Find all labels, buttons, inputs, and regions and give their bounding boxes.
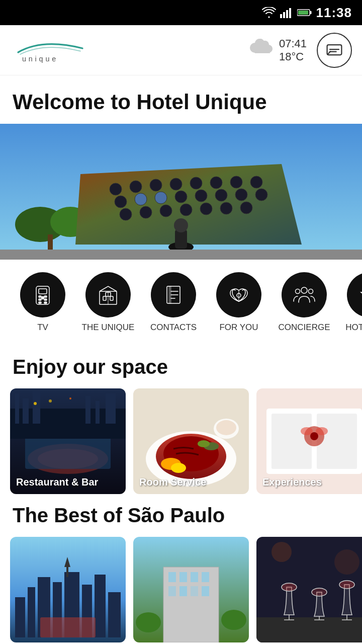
svg-point-20 <box>230 176 242 188</box>
weather-text: 07:41 18°C <box>279 37 307 63</box>
battery-icon <box>297 8 312 17</box>
hotel-building-image <box>0 124 362 260</box>
concierge-icon-circle <box>282 272 327 317</box>
svg-point-133 <box>272 542 292 562</box>
nav-item-contacts[interactable]: CONTACTS <box>141 272 206 333</box>
svg-point-26 <box>195 190 207 202</box>
svg-rect-5 <box>310 11 311 14</box>
svg-rect-99 <box>28 587 35 637</box>
svg-point-30 <box>120 208 132 220</box>
svg-point-130 <box>339 581 354 589</box>
svg-rect-49 <box>44 302 47 303</box>
svg-rect-70 <box>15 393 19 424</box>
svg-point-16 <box>150 179 162 191</box>
svg-rect-12 <box>48 234 53 250</box>
tv-icon <box>30 282 55 307</box>
svg-point-127 <box>312 588 327 596</box>
time-display: 11:38 <box>316 5 352 21</box>
svg-rect-1 <box>283 12 285 18</box>
card-experiences[interactable]: Experiences <box>256 388 362 494</box>
nav-item-hotel-ep[interactable]: HOTEL EP... <box>337 272 362 333</box>
svg-point-84 <box>198 440 210 447</box>
svg-point-39 <box>174 218 188 232</box>
svg-rect-105 <box>108 592 121 637</box>
svg-point-17 <box>170 178 182 190</box>
svg-rect-51 <box>103 296 106 300</box>
svg-point-96 <box>310 432 318 440</box>
svg-point-14 <box>110 183 122 195</box>
contacts-icon-circle <box>151 272 196 317</box>
svg-point-134 <box>334 549 359 575</box>
card-room-service[interactable]: Room Service <box>133 388 249 494</box>
enjoy-cards-row: Restaurant & Bar <box>0 388 362 494</box>
svg-rect-123 <box>256 617 362 642</box>
status-icons: 11:38 <box>262 5 352 21</box>
sp-card-1[interactable] <box>10 537 126 642</box>
svg-rect-44 <box>39 296 41 297</box>
sp-image-2 <box>133 537 249 642</box>
svg-rect-104 <box>95 575 106 637</box>
svg-rect-2 <box>286 10 288 18</box>
welcome-title: Welcome to Hotel Unique <box>13 91 349 114</box>
svg-point-34 <box>200 203 212 215</box>
enjoy-title: Enjoy our space <box>0 346 362 388</box>
nav-item-the-unique[interactable]: THE UNIQUE <box>75 272 141 333</box>
signal-icon <box>280 7 293 18</box>
svg-point-73 <box>34 402 37 405</box>
the-unique-label: THE UNIQUE <box>82 323 135 333</box>
card-restaurant[interactable]: Restaurant & Bar <box>10 388 126 494</box>
svg-rect-119 <box>202 586 209 596</box>
svg-rect-47 <box>44 299 47 300</box>
tv-icon-circle <box>20 272 65 317</box>
experiences-label: Experiences <box>262 476 322 488</box>
sp-card-2[interactable] <box>133 537 249 642</box>
nav-item-tv[interactable]: TV <box>10 272 75 333</box>
svg-rect-40 <box>0 250 362 260</box>
svg-point-61 <box>301 287 307 293</box>
people-icon <box>292 282 317 307</box>
svg-rect-115 <box>202 572 209 582</box>
for-you-icon-circle <box>216 272 261 317</box>
hotel-ep-icon-circle <box>347 272 362 317</box>
svg-point-32 <box>160 205 172 217</box>
hotel-ep-label: HOTEL EP... <box>345 323 362 333</box>
svg-point-75 <box>69 397 71 399</box>
nav-item-for-you[interactable]: FOR YOU <box>206 272 272 333</box>
concierge-label: CONCIERGE <box>279 323 330 333</box>
star-icon <box>357 282 362 307</box>
nav-item-concierge[interactable]: CONCIERGE <box>272 272 337 333</box>
svg-rect-112 <box>168 572 176 582</box>
weather-temp: 18°C <box>279 50 307 63</box>
welcome-section: Welcome to Hotel Unique <box>0 75 362 124</box>
sp-card-3[interactable] <box>256 537 362 642</box>
svg-rect-71 <box>23 398 29 424</box>
cloud-icon <box>249 39 274 61</box>
svg-rect-116 <box>168 586 176 596</box>
building-icon <box>96 282 121 307</box>
weather-time: 07:41 <box>279 37 307 50</box>
svg-point-31 <box>140 206 152 218</box>
svg-rect-113 <box>179 572 187 582</box>
svg-rect-3 <box>289 8 291 18</box>
sp-image-1 <box>10 537 126 642</box>
lotus-icon <box>226 282 251 307</box>
svg-rect-46 <box>39 299 41 300</box>
message-button[interactable] <box>317 33 352 68</box>
restaurant-label: Restaurant & Bar <box>16 476 98 488</box>
svg-point-62 <box>296 289 300 294</box>
svg-rect-108 <box>40 617 96 637</box>
svg-point-124 <box>282 583 297 591</box>
svg-point-23 <box>135 193 147 205</box>
quick-nav: TV THE UNIQUE <box>0 260 362 345</box>
sp-image-3 <box>256 537 362 642</box>
svg-point-86 <box>171 463 186 473</box>
logo-container: unique <box>10 33 90 68</box>
svg-point-18 <box>190 177 202 189</box>
svg-rect-72 <box>33 391 40 424</box>
weather-info: 07:41 18°C <box>249 37 307 63</box>
svg-point-29 <box>255 189 267 201</box>
svg-rect-76 <box>85 396 90 424</box>
contacts-label: CONTACTS <box>150 323 197 333</box>
svg-rect-117 <box>179 586 187 596</box>
hero-image <box>0 124 362 260</box>
